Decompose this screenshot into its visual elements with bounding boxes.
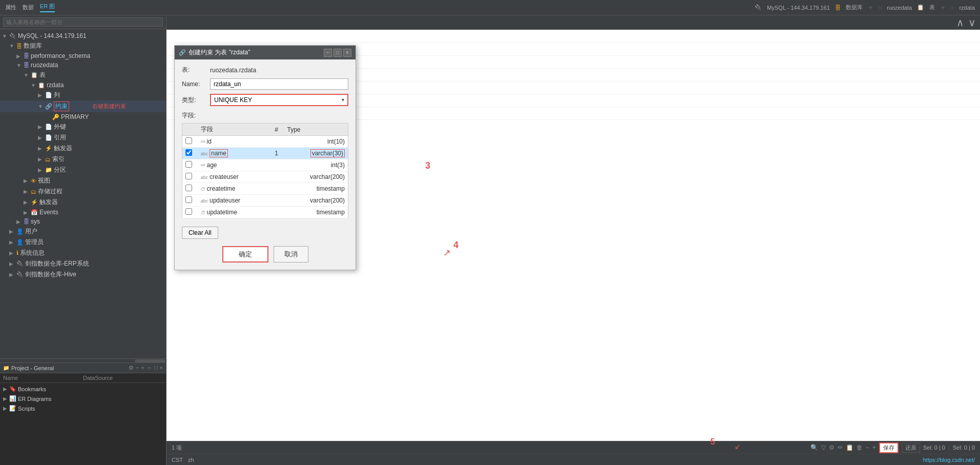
project-icon: 📁 <box>3 365 9 371</box>
tree-item-sys[interactable]: ▶ 🗄 sys <box>0 217 166 226</box>
tree-item-ruozedata[interactable]: ▼ 🗄 ruozedata <box>0 60 166 70</box>
fields-table-row: ⏱updatetimetimestamp <box>182 207 348 218</box>
filter-icon[interactable]: ▽ <box>821 444 826 451</box>
field-checkbox-createtime[interactable] <box>185 185 192 191</box>
dialog-actions: 确定 取消 <box>175 243 356 270</box>
clear-all-button[interactable]: Clear All <box>182 227 218 239</box>
tree-label-perf: performance_schema <box>31 52 90 59</box>
fields-table-row: ⏱createtimetimestamp <box>182 183 348 195</box>
blog-link[interactable]: https://blog.csdn.net/ <box>923 457 975 463</box>
field-name: createuser <box>210 173 239 180</box>
tree-item-tables[interactable]: ▼ 📋 表 <box>0 70 166 80</box>
dialog-cancel-button[interactable]: 取消 <box>274 246 308 262</box>
tree-item-constraints[interactable]: ▼ 🔗 约束 右键新建约束 <box>0 100 166 112</box>
revert-button[interactable]: 还原 <box>902 443 920 453</box>
project-bookmarks[interactable]: ▶ 🔖 Bookmarks <box>0 384 166 394</box>
tree-item-references[interactable]: ▶ 📄 引用 <box>0 132 166 143</box>
search-icon[interactable]: 🔍 <box>810 444 818 451</box>
project-add-icon[interactable]: + <box>141 365 144 371</box>
fields-col-num: # <box>269 124 284 136</box>
tree-item-databases[interactable]: ▼ 🗄 数据库 <box>0 41 166 51</box>
tree-item-partitions[interactable]: ▶ 📁 分区 <box>0 165 166 175</box>
tree-item-sysinfo[interactable]: ▶ ℹ 系统信息 <box>0 248 166 258</box>
project-er-diagrams[interactable]: ▶ 📊 ER Diagrams <box>0 394 166 403</box>
project-arrow-icon[interactable]: ↔ <box>147 365 152 371</box>
tree-item-triggers2[interactable]: ▶ ⚡ 触发器 <box>0 197 166 208</box>
dialog-name-input[interactable] <box>210 78 348 90</box>
fields-table-row: ¹²³ageint(3) <box>182 159 348 171</box>
tree-item-hive[interactable]: ▶ 🔌 剑指数据仓库-Hive <box>0 269 166 280</box>
field-checkbox-updateuser[interactable] <box>185 196 192 203</box>
dialog-clearall-area: Clear All <box>175 225 356 243</box>
settings-icon[interactable]: ⚙ <box>829 444 835 451</box>
fields-col-field: 字段 <box>198 124 269 136</box>
tree-search-input[interactable] <box>3 17 163 27</box>
sidebar-tree: ▼ 🔌 MySQL - 144.34.179.161 ▼ 🗄 数据库 ▶ 🗄 p… <box>0 29 166 358</box>
field-type: varchar(30) <box>284 148 348 159</box>
minus-icon[interactable]: − <box>866 444 869 451</box>
tree-item-root[interactable]: ▼ 🔌 MySQL - 144.34.179.161 <box>0 31 166 41</box>
tree-item-indexes[interactable]: ▶ 🗂 索引 <box>0 154 166 165</box>
tree-item-users[interactable]: ▶ 👤 用户 <box>0 226 166 237</box>
field-checkbox-name[interactable] <box>185 149 192 156</box>
edit-icon[interactable]: ✏ <box>838 444 843 451</box>
field-checkbox-updatetime[interactable] <box>185 208 192 215</box>
field-type-icon: ¹²³ <box>201 139 205 145</box>
dialog-fields-label: 字段: <box>182 112 196 119</box>
tree-item-rzdata[interactable]: ▼ 📋 rzdata <box>0 80 166 90</box>
tabs-er[interactable]: ER 图 <box>40 3 55 12</box>
dialog-type-select[interactable]: UNIQUE KEY PRIMARY KEY FOREIGN KEY CHECK <box>210 94 348 106</box>
arrow-to-save: ↙ <box>735 442 741 451</box>
field-checkbox-id[interactable] <box>185 137 192 144</box>
field-name: age <box>207 161 217 169</box>
tree-label-primary: PRIMARY <box>61 113 89 120</box>
project-col-datasource: DataSource <box>83 375 163 381</box>
dialog-maximize-btn[interactable]: □ <box>333 49 342 57</box>
fields-table: 字段 # Type ¹²³idint(10)abcname1varchar(30… <box>182 123 348 218</box>
tree-item-views[interactable]: ▶ 👁 视图 <box>0 175 166 186</box>
dialog-minimize-btn[interactable]: − <box>324 49 332 57</box>
field-checkbox-createuser[interactable] <box>185 173 192 179</box>
project-scripts[interactable]: ▶ 📝 Scripts <box>0 403 166 413</box>
tree-item-erp[interactable]: ▶ 🔌 剑指数据仓库-ERP系统 <box>0 258 166 269</box>
field-type-icon: abc <box>201 198 208 204</box>
tree-item-primary[interactable]: 🔑 PRIMARY <box>0 112 166 122</box>
tree-label-columns: 列 <box>54 91 60 99</box>
annotation-constraint: 右键新建约束 <box>92 103 126 110</box>
tree-item-foreignkeys[interactable]: ▶ 📄 外键 <box>0 122 166 132</box>
tree-item-columns[interactable]: ▶ 📄 列 <box>0 90 166 100</box>
project-settings-icon[interactable]: ⚙ <box>129 365 134 371</box>
project-close-icon[interactable]: × <box>160 365 163 371</box>
tree-item-events[interactable]: ▶ 📅 Events <box>0 208 166 217</box>
save-button[interactable]: 保存 <box>879 442 899 453</box>
field-checkbox-age[interactable] <box>185 161 192 168</box>
project-restore-icon[interactable]: □ <box>154 365 158 371</box>
tree-label-indexes: 索引 <box>52 155 65 164</box>
project-bookmarks-label: Bookmarks <box>18 386 46 392</box>
lang-label: zh <box>188 457 194 463</box>
delete-icon[interactable]: 🗑 <box>857 444 863 451</box>
tree-label-admins: 管理员 <box>25 238 44 247</box>
tree-label-references: 引用 <box>54 133 66 142</box>
tabs-data[interactable]: 数据 <box>23 4 34 11</box>
dialog-ok-button[interactable]: 确定 <box>222 246 268 262</box>
tree-item-admins[interactable]: ▶ 👤 管理员 <box>0 237 166 248</box>
sel-status2: Sel: 0 | 0 <box>953 444 975 451</box>
tree-label-tables: 表 <box>39 71 46 79</box>
field-type: int(10) <box>284 136 348 148</box>
copy-icon[interactable]: 📋 <box>846 444 853 451</box>
tree-item-triggers[interactable]: ▶ ⚡ 触发器 <box>0 143 166 154</box>
field-num <box>269 136 284 148</box>
tree-item-indexes2[interactable]: ▶ 🗂 存储过程 <box>0 186 166 197</box>
table-label: 表 <box>929 4 935 11</box>
dialog-close-btn[interactable]: × <box>343 49 351 57</box>
collapse-icon[interactable]: ∧ <box>956 16 964 29</box>
plus-icon[interactable]: + <box>872 444 876 451</box>
database-label: 数据库 <box>846 4 863 11</box>
field-type-icon: abc <box>201 151 208 156</box>
dialog-name-label: Name: <box>182 80 210 88</box>
expand-icon[interactable]: ∨ <box>968 16 976 29</box>
tabs-properties[interactable]: 属性 <box>5 4 16 11</box>
project-minus-icon[interactable]: − <box>136 365 139 371</box>
tree-item-perf[interactable]: ▶ 🗄 performance_schema <box>0 51 166 60</box>
